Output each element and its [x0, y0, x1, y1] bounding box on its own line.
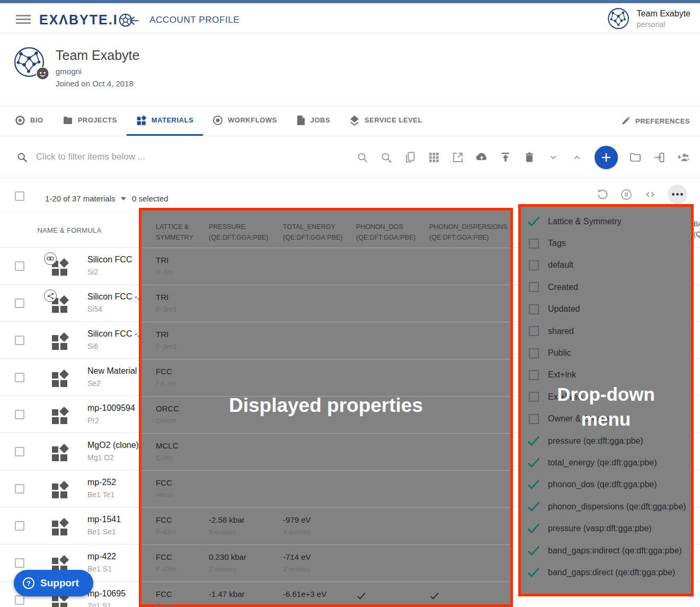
dropdown-item-label: Updated [548, 304, 580, 314]
row-checkbox[interactable] [15, 410, 24, 419]
row-checkbox[interactable] [15, 373, 24, 382]
dropdown-menu-item[interactable]: Updated [521, 298, 691, 320]
chevron-down-icon[interactable] [547, 151, 560, 164]
profile-name: Team Exabyte [56, 48, 139, 63]
dropdown-menu-item[interactable]: Created [521, 276, 691, 298]
grid-icon[interactable] [428, 151, 440, 164]
dropdown-menu-item[interactable]: Public [521, 342, 691, 364]
tab-materials[interactable]: MATERIALS [127, 106, 203, 136]
upload-icon[interactable] [499, 151, 512, 164]
topbar-user-name: Team Exabyte [637, 9, 690, 19]
add-material-button[interactable] [595, 146, 618, 169]
refresh-icon[interactable] [596, 188, 609, 201]
search-refresh-icon[interactable] [380, 151, 393, 164]
topbar-user[interactable]: Team Exabyte personal [607, 7, 690, 30]
symmetry-value: R-3m [156, 268, 173, 276]
dropdown-item-label: Public [548, 348, 571, 358]
face-badge-icon [36, 66, 50, 81]
dropdown-menu-item[interactable]: phonon_dispersions (qe:dft:gga:pbe) [521, 496, 691, 517]
tab-bio[interactable]: BIO [5, 106, 53, 136]
tab-preferences[interactable]: PREFERENCES [621, 106, 690, 136]
pause-icon[interactable] [620, 188, 633, 201]
dropdown-menu-item[interactable]: phonon_dos (qe:dft:gga:pbe) [521, 474, 691, 496]
select-all-checkbox[interactable] [15, 191, 24, 201]
support-button[interactable]: ? Support [14, 570, 93, 596]
dropdown-menu-item[interactable]: Lattice & Symmetry [521, 210, 691, 232]
empty-checkbox [527, 302, 540, 316]
empty-checkbox [527, 236, 540, 250]
pagination-range[interactable]: 1-20 of 37 materials [45, 194, 126, 203]
symmetry-value: Cmcm [156, 417, 176, 425]
dropdown-menu-item[interactable]: pressure (vasp:dft:gga:pbe) [521, 517, 691, 539]
dropdown-menu-item[interactable]: Tags [521, 232, 691, 254]
displayed-properties-label: Displayed properties [141, 394, 510, 417]
folder-open-icon[interactable] [629, 151, 642, 164]
tab-projects[interactable]: PROJECTS [53, 106, 127, 136]
workflows-icon [212, 115, 223, 126]
filter-bar [0, 137, 700, 178]
tab-service-level[interactable]: SERVICE LEVEL [340, 106, 432, 136]
row-checkbox[interactable] [15, 261, 24, 271]
exabyte-logo[interactable]: EXΛBYTE.I [39, 12, 132, 28]
dropdown-menu-item[interactable]: pressure (qe:dft:gga:pbe) [521, 430, 691, 452]
material-formula: Pr2 [87, 416, 139, 425]
row-checkbox[interactable] [15, 447, 24, 456]
exit-to-app-icon[interactable] [653, 151, 666, 164]
dropdown-menu-item[interactable]: shared [521, 320, 691, 342]
energy-value: -714 eV [283, 552, 311, 561]
lattice-value: FCC [156, 552, 172, 561]
search-small-icon[interactable] [356, 151, 369, 164]
link-badge-icon [44, 252, 57, 265]
empty-checkbox [527, 368, 540, 382]
dropdown-menu-item[interactable]: band_gaps:direct (qe:dft:gga:pbe) [521, 561, 691, 583]
group-add-icon[interactable] [677, 151, 689, 164]
service-level-icon [349, 115, 360, 126]
page-title: ACCOUNT PROFILE [149, 15, 240, 25]
property-row: TRI R-3m [141, 248, 510, 285]
copy-icon[interactable] [404, 151, 417, 164]
material-name: MgO2 (clone) [87, 441, 139, 450]
phonon-dispersions-check-icon [429, 591, 440, 601]
lattice-value: FCC [156, 367, 172, 376]
column-header-phonon-dispersions: PHONON_DISPERSIONS (QE:DFT:GGA:PBE) [429, 222, 507, 243]
more-options-button[interactable] [668, 184, 687, 204]
dropdown-menu-item[interactable]: total_energy (qe:dft:gga:pbe) [521, 452, 691, 473]
symmetry-value: I4mm [156, 491, 174, 499]
filter-input[interactable] [36, 147, 333, 166]
back-arrow-icon[interactable] [127, 14, 141, 28]
symmetry-value: P-3m1 [156, 342, 177, 350]
material-icon [50, 369, 69, 388]
tab-jobs[interactable]: JOBS [287, 106, 340, 136]
dropdown-item-label: default [548, 260, 573, 270]
row-checkbox[interactable] [15, 336, 24, 345]
column-header-total-energy: TOTAL_ENERGY (QE:DFT:GGA:PBE) [283, 222, 343, 243]
dropdown-item-label: phonon_dos (qe:dft:gga:pbe) [548, 480, 657, 489]
cloud-upload-icon[interactable] [475, 151, 488, 164]
row-checkbox[interactable] [15, 298, 24, 308]
delete-icon[interactable] [523, 151, 536, 164]
property-rows: TRI R-3m TRI P-3m1 [141, 248, 510, 607]
empty-checkbox [527, 346, 540, 360]
clipped-band-gaps-header: BAND_GAPS (QE:DFT:GGA:PBE) [694, 219, 700, 240]
material-icon [50, 480, 69, 499]
user-avatar [607, 7, 630, 30]
energy-entries: 4 entries [283, 528, 311, 536]
open-in-new-icon[interactable] [451, 151, 464, 164]
dropdown-menu-item[interactable]: default [521, 254, 691, 276]
dropdown-menu-highlight: Lattice & Symmetry Tags [518, 204, 694, 596]
lattice-value: FCC [156, 515, 172, 524]
chevron-up-icon[interactable] [571, 151, 583, 164]
code-icon[interactable] [644, 188, 657, 201]
material-name: Silicon FCC -.. [87, 292, 139, 302]
name-formula-header: NAME & FORMULA [0, 213, 139, 248]
row-checkbox[interactable] [15, 595, 24, 605]
menu-icon[interactable] [11, 11, 36, 27]
material-name: mp-10695 [87, 589, 139, 599]
dropdown-menu-item[interactable]: band_gaps:indirect (qe:dft:gga:pbe) [521, 540, 691, 561]
tab-workflows[interactable]: WORKFLOWS [203, 106, 287, 136]
row-checkbox[interactable] [15, 521, 24, 531]
row-checkbox[interactable] [15, 558, 24, 568]
row-checkbox[interactable] [15, 484, 24, 494]
empty-checkbox [527, 280, 540, 294]
dropdown-item-label: shared [548, 327, 574, 336]
